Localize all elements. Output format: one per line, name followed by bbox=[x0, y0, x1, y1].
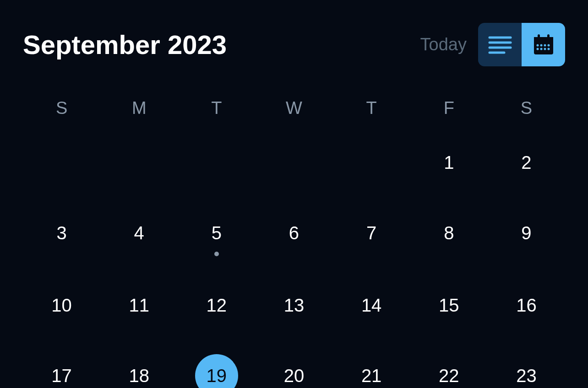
calendar-icon bbox=[531, 32, 556, 57]
weekday-label: S bbox=[488, 98, 565, 118]
day-number: 3 bbox=[40, 211, 83, 254]
day-number: 22 bbox=[427, 354, 470, 388]
list-icon bbox=[488, 35, 512, 55]
day-number: 5 bbox=[195, 211, 238, 254]
day-cell[interactable]: 5 bbox=[178, 211, 255, 256]
weekday-label: W bbox=[255, 98, 332, 118]
empty-day-cell bbox=[100, 141, 178, 184]
svg-point-9 bbox=[540, 44, 542, 46]
day-cell[interactable]: 22 bbox=[410, 354, 488, 388]
month-year-title: September 2023 bbox=[23, 29, 227, 60]
day-number: 20 bbox=[272, 354, 316, 388]
empty-day-cell bbox=[255, 141, 332, 184]
day-number: 7 bbox=[350, 211, 393, 254]
day-number: 11 bbox=[118, 284, 161, 327]
svg-point-10 bbox=[544, 44, 546, 46]
day-number: 8 bbox=[427, 211, 470, 254]
event-indicator-dot bbox=[214, 252, 219, 256]
day-number: 16 bbox=[505, 284, 548, 327]
weekday-label: S bbox=[23, 98, 100, 118]
day-cell[interactable]: 13 bbox=[255, 284, 332, 327]
day-cell[interactable]: 15 bbox=[410, 284, 488, 327]
day-cell[interactable]: 14 bbox=[333, 284, 410, 327]
day-cell[interactable]: 23 bbox=[488, 354, 565, 388]
day-number: 23 bbox=[505, 354, 548, 388]
day-cell[interactable]: 3 bbox=[23, 211, 100, 256]
day-cell[interactable]: 11 bbox=[100, 284, 178, 327]
weekday-label: M bbox=[100, 98, 178, 118]
svg-point-13 bbox=[540, 48, 542, 50]
list-view-button[interactable] bbox=[478, 23, 522, 66]
svg-rect-5 bbox=[534, 37, 553, 42]
today-button[interactable]: Today bbox=[420, 35, 467, 54]
day-number: 10 bbox=[40, 284, 83, 327]
day-cell[interactable]: 10 bbox=[23, 284, 100, 327]
empty-day-cell bbox=[333, 141, 410, 184]
svg-point-15 bbox=[547, 48, 550, 50]
day-cell[interactable]: 12 bbox=[178, 284, 255, 327]
svg-point-14 bbox=[544, 48, 546, 50]
day-number: 21 bbox=[350, 354, 393, 388]
svg-point-11 bbox=[547, 44, 550, 46]
weekday-label: T bbox=[178, 98, 255, 118]
day-cell[interactable]: 16 bbox=[488, 284, 565, 327]
svg-point-12 bbox=[536, 48, 539, 50]
empty-day-cell bbox=[23, 141, 100, 184]
weekday-label: F bbox=[410, 98, 488, 118]
day-number: 15 bbox=[427, 284, 470, 327]
day-number: 18 bbox=[118, 354, 161, 388]
day-cell[interactable]: 17 bbox=[23, 354, 100, 388]
calendar-view-button[interactable] bbox=[522, 23, 565, 66]
calendar-grid: 1234567891011121314151617181920212223242… bbox=[23, 141, 565, 388]
day-cell[interactable]: 2 bbox=[488, 141, 565, 184]
day-number: 12 bbox=[195, 284, 238, 327]
day-number: 1 bbox=[427, 141, 470, 184]
day-number: 6 bbox=[272, 211, 316, 254]
day-number: 17 bbox=[40, 354, 83, 388]
day-cell[interactable]: 6 bbox=[255, 211, 332, 256]
day-cell[interactable]: 18 bbox=[100, 354, 178, 388]
day-cell[interactable]: 1 bbox=[410, 141, 488, 184]
day-number: 13 bbox=[272, 284, 316, 327]
day-number: 9 bbox=[505, 211, 548, 254]
day-cell[interactable]: 9 bbox=[488, 211, 565, 256]
day-number: 14 bbox=[350, 284, 393, 327]
day-cell[interactable]: 4 bbox=[100, 211, 178, 256]
day-number: 2 bbox=[505, 141, 548, 184]
svg-point-8 bbox=[536, 44, 539, 46]
weekday-label: T bbox=[333, 98, 410, 118]
svg-rect-6 bbox=[538, 34, 540, 40]
view-toggle bbox=[478, 23, 565, 66]
day-cell[interactable]: 7 bbox=[333, 211, 410, 256]
weekday-header-row: S M T W T F S bbox=[23, 98, 565, 118]
day-cell[interactable]: 21 bbox=[333, 354, 410, 388]
day-cell[interactable]: 8 bbox=[410, 211, 488, 256]
day-cell[interactable]: 20 bbox=[255, 354, 332, 388]
empty-day-cell bbox=[178, 141, 255, 184]
svg-rect-7 bbox=[547, 34, 550, 40]
day-number: 4 bbox=[118, 211, 161, 254]
day-cell[interactable]: 19 bbox=[178, 354, 255, 388]
day-number: 19 bbox=[195, 354, 238, 388]
